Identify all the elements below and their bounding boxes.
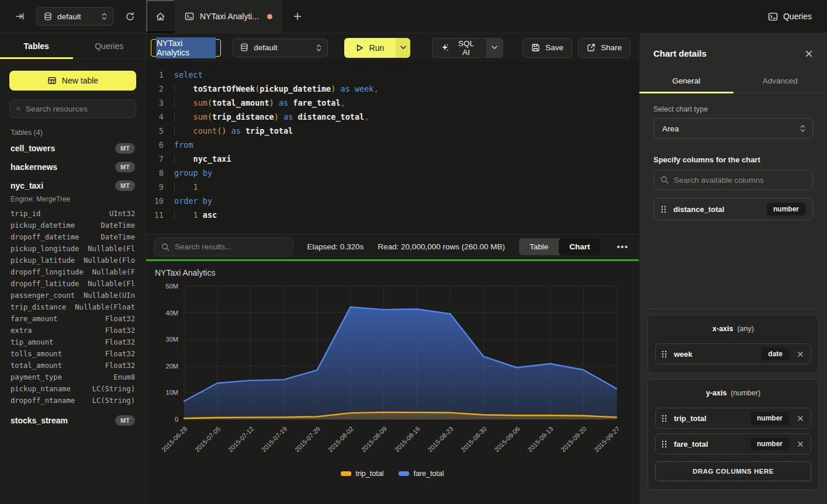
table-item-cell_towers[interactable]: cell_towers MT bbox=[9, 139, 136, 158]
column-type: Nullable(Float bbox=[75, 301, 135, 313]
results-toolbar: Elapsed: 0.320s Read: 20,000,000 rows (2… bbox=[146, 234, 639, 259]
chart-type-select[interactable]: Area bbox=[653, 118, 813, 139]
tab-nytaxi-analytics[interactable]: NYTaxi Analyti... bbox=[174, 0, 283, 33]
column-row: pickup_latitudeNullable(Flo bbox=[9, 255, 136, 266]
remove-icon bbox=[797, 441, 804, 447]
column-type: LC(String) bbox=[92, 383, 135, 395]
new-table-button[interactable]: New table bbox=[9, 71, 136, 91]
svg-text:2015-09-27: 2015-09-27 bbox=[593, 425, 621, 453]
sidebar-tab-tables[interactable]: Tables bbox=[0, 33, 73, 58]
available-columns-list: distance_totalnumber bbox=[653, 198, 813, 220]
panel-tab-general[interactable]: General bbox=[639, 70, 733, 93]
column-type: Nullable(Flo bbox=[84, 255, 135, 266]
engine-badge: MT bbox=[115, 143, 135, 154]
column-row: dropoff_longitudeNullable(F bbox=[9, 266, 136, 278]
share-button-label: Share bbox=[601, 43, 622, 52]
run-button-label: Run bbox=[369, 43, 385, 53]
y-axis-group: y-axis (number) trip_totalnumber fare_to… bbox=[648, 379, 819, 490]
column-type: LC(String) bbox=[92, 395, 135, 406]
console-tab-icon bbox=[185, 12, 194, 21]
results-search-input[interactable] bbox=[175, 242, 286, 251]
legend-item-trip_total[interactable]: trip_total bbox=[341, 470, 383, 478]
sql-ai-options-button[interactable] bbox=[486, 38, 503, 58]
table-item-nyc_taxi[interactable]: nyc_taxi MT bbox=[9, 176, 136, 195]
sql-ai-button[interactable]: SQL AI bbox=[432, 38, 486, 58]
remove-column-button[interactable] bbox=[796, 351, 805, 357]
svg-text:2015-07-26: 2015-07-26 bbox=[293, 425, 321, 453]
code-line: 11 1 asc bbox=[146, 208, 639, 222]
type-badge: number bbox=[767, 203, 805, 215]
database-icon bbox=[44, 12, 52, 21]
sidebar-search[interactable] bbox=[9, 99, 136, 118]
save-button[interactable]: Save bbox=[523, 38, 572, 58]
column-type: Float32 bbox=[105, 313, 135, 325]
refresh-button[interactable] bbox=[122, 8, 138, 25]
line-number: 8 bbox=[146, 166, 174, 180]
toggle-chart[interactable]: Chart bbox=[559, 238, 600, 255]
area-chart[interactable]: 010M20M30M40M50M2015-06-282015-07-052015… bbox=[146, 261, 639, 504]
columns-label: Specify columns for the chart bbox=[653, 155, 813, 164]
database-selector[interactable]: default bbox=[36, 7, 113, 26]
share-button[interactable]: Share bbox=[578, 38, 631, 58]
column-type: DateTime bbox=[101, 220, 135, 231]
column-row: dropoff_latitudeNullable(Fl bbox=[9, 278, 136, 290]
remove-column-button[interactable] bbox=[796, 441, 805, 447]
query-title-input[interactable]: NYTaxi Analytics bbox=[151, 39, 221, 57]
collapse-sidebar-button[interactable] bbox=[12, 8, 28, 25]
panel-title: Chart details bbox=[653, 48, 707, 58]
drop-zone[interactable]: DRAG COLUMNS HERE bbox=[655, 461, 811, 481]
legend-item-fare_total[interactable]: fare_total bbox=[399, 470, 444, 478]
column-type: Float32 bbox=[105, 336, 135, 348]
columns-search[interactable] bbox=[653, 170, 813, 190]
run-button[interactable]: Run bbox=[344, 38, 396, 58]
sql-editor[interactable]: 1select2 toStartOfWeek(pickup_datetime) … bbox=[146, 62, 639, 234]
column-name: tolls_amount bbox=[11, 348, 62, 360]
column-row: tip_amountFloat32 bbox=[9, 336, 136, 348]
code-line: 5 count() as trip_total bbox=[146, 124, 639, 138]
search-icon bbox=[660, 176, 669, 184]
sidebar-search-input[interactable] bbox=[26, 105, 129, 113]
search-icon bbox=[161, 243, 169, 251]
home-button[interactable] bbox=[146, 0, 174, 33]
updown-icon bbox=[800, 124, 805, 133]
new-tab-button[interactable] bbox=[283, 0, 312, 33]
line-number: 7 bbox=[146, 152, 174, 166]
drag-handle-icon bbox=[662, 440, 667, 448]
svg-text:50M: 50M bbox=[166, 283, 178, 290]
column-row: trip_idUInt32 bbox=[9, 208, 136, 220]
code-line: 8group by bbox=[146, 166, 639, 180]
line-number: 11 bbox=[146, 208, 174, 222]
database-selector-value: default bbox=[57, 12, 96, 21]
type-badge: date bbox=[762, 347, 789, 360]
chart-legend: trip_total fare_total bbox=[146, 470, 639, 478]
column-chip-week[interactable]: weekdate bbox=[655, 343, 811, 364]
remove-column-button[interactable] bbox=[796, 415, 805, 422]
run-options-button[interactable] bbox=[396, 38, 410, 58]
column-name: fare_amount bbox=[11, 313, 58, 325]
svg-text:2015-09-13: 2015-09-13 bbox=[526, 425, 554, 453]
queries-button[interactable]: Queries bbox=[768, 12, 812, 22]
table-name: nyc_taxi bbox=[11, 181, 43, 190]
column-chip-trip_total[interactable]: trip_totalnumber bbox=[655, 408, 811, 429]
query-database-selector[interactable]: default bbox=[233, 39, 328, 57]
drag-handle-icon bbox=[661, 206, 666, 213]
panel-tab-advanced[interactable]: Advanced bbox=[733, 70, 827, 93]
toggle-table[interactable]: Table bbox=[519, 238, 559, 255]
type-badge: number bbox=[750, 412, 789, 425]
sidebar-tabs: Tables Queries bbox=[0, 33, 146, 59]
chart-type-label: Select chart type bbox=[653, 105, 813, 113]
column-chip-fare_total[interactable]: fare_totalnumber bbox=[655, 433, 811, 454]
results-more-button[interactable]: ••• bbox=[614, 241, 631, 253]
results-search[interactable] bbox=[154, 238, 293, 256]
sidebar-tab-queries[interactable]: Queries bbox=[73, 33, 146, 58]
table-item-stocks_stream[interactable]: stocks_stream MT bbox=[9, 411, 136, 430]
drag-handle-icon bbox=[662, 350, 667, 358]
column-chip-distance_total[interactable]: distance_totalnumber bbox=[653, 198, 813, 220]
table-item-hackernews[interactable]: hackernews MT bbox=[9, 158, 136, 176]
panel-close-button[interactable] bbox=[805, 50, 813, 58]
line-number: 6 bbox=[146, 138, 174, 152]
columns-search-input[interactable] bbox=[674, 176, 806, 185]
column-row: fare_amountFloat32 bbox=[9, 313, 136, 325]
engine-badge: MT bbox=[115, 415, 135, 426]
column-type: Nullable(Fl bbox=[88, 278, 135, 290]
